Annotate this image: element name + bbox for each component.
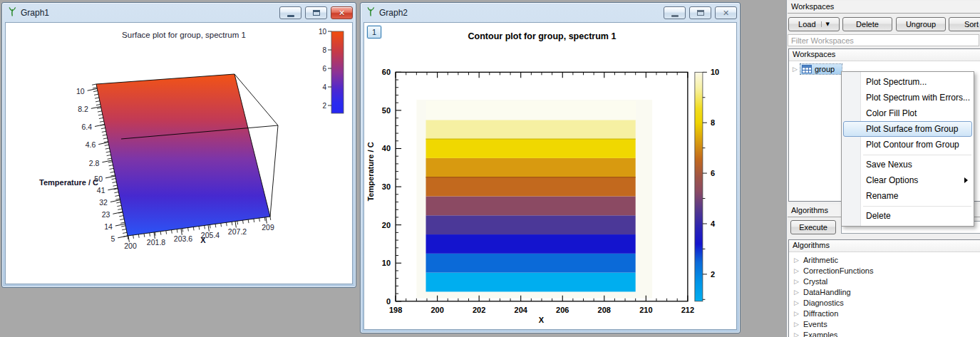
algorithm-category-events[interactable]: ▷Events [789,318,980,329]
svg-text:204: 204 [515,306,528,314]
surface-plot: Surface plot for group, spectrum 1108.26… [6,23,352,284]
expand-arrow-icon[interactable]: ▷ [794,310,803,317]
expand-arrow-icon[interactable]: ▷ [794,299,803,306]
menu-item-label: Plot Spectrum with Errors... [866,93,970,103]
menu-item-save-nexus[interactable]: Save Nexus [842,157,974,172]
expand-arrow-icon[interactable]: ▷ [794,278,803,285]
load-button[interactable]: Load▼ [788,17,840,31]
menu-item-plot-surface-from-group[interactable]: Plot Surface from Group [842,121,974,137]
svg-text:6.4: 6.4 [81,123,92,131]
maximize-button[interactable] [305,6,327,19]
close-button[interactable]: ✕ [715,6,737,19]
minimize-icon [287,15,294,17]
layer-1-button[interactable]: 1 [367,26,381,38]
graph2-titlebar[interactable]: Graph2 ✕ [361,3,740,21]
algorithm-category-correctionfunctions[interactable]: ▷CorrectionFunctions [789,265,980,276]
svg-text:212: 212 [681,306,694,314]
contour-plot: Contour plot for group, spectrum 1198200… [364,23,736,329]
filter-workspaces-input[interactable] [788,34,979,46]
svg-text:Temperature / C: Temperature / C [39,178,98,187]
workspaces-dock-header: Workspaces [788,1,980,14]
svg-text:206: 206 [556,306,569,314]
svg-text:20: 20 [382,221,391,229]
close-button[interactable]: ✕ [331,6,353,19]
menu-item-plot-contour-from-group[interactable]: Plot Contour from Group [842,137,974,152]
menu-item-label: Plot Contour from Group [866,140,959,150]
maximize-icon [313,10,320,16]
execute-button[interactable]: Execute [790,220,836,234]
delete-button[interactable]: Delete [842,17,892,31]
menu-item-delete[interactable]: Delete [842,208,974,224]
algorithm-category-label: Events [803,320,827,328]
dropdown-arrow-icon[interactable]: ▼ [821,21,830,27]
expand-arrow-icon[interactable]: ▷ [794,289,803,296]
svg-text:41: 41 [97,186,105,195]
algorithm-category-arithmetic[interactable]: ▷Arithmetic [789,254,980,265]
svg-text:6: 6 [711,169,715,177]
svg-text:4.6: 4.6 [86,140,96,149]
algorithm-category-examples[interactable]: ▷Examples [789,329,980,337]
button-label: Load [798,20,815,28]
svg-text:Temperature / C: Temperature / C [366,142,375,201]
workspace-group-icon [802,65,812,73]
maximize-button[interactable] [689,6,711,19]
ungroup-button[interactable]: Ungroup [896,17,946,31]
workspace-selection[interactable]: group [800,64,842,74]
svg-text:10: 10 [319,28,327,36]
svg-text:0: 0 [386,297,391,306]
svg-text:207.2: 207.2 [228,227,247,236]
svg-text:2: 2 [711,270,715,279]
svg-text:Contour plot for group, spectr: Contour plot for group, spectrum 1 [468,31,617,41]
menu-item-clear-options[interactable]: Clear Options [842,172,974,188]
mantid-icon [366,6,376,19]
expand-arrow-icon[interactable]: ▷ [794,256,803,264]
svg-text:203.6: 203.6 [174,234,192,243]
algorithm-category-label: Diagnostics [803,299,844,307]
graph1-canvas: Surface plot for group, spectrum 1108.26… [5,22,353,284]
menu-item-plot-spectrum[interactable]: Plot Spectrum... [842,74,974,90]
menu-item-rename[interactable]: Rename [842,188,974,204]
svg-text:208: 208 [598,306,611,314]
svg-text:10: 10 [711,68,719,76]
algorithms-tree[interactable]: Algorithms ▷Arithmetic▷CorrectionFunctio… [788,239,980,337]
sort-button[interactable]: Sort [949,17,980,31]
algorithm-category-datahandling[interactable]: ▷DataHandling [789,286,980,297]
graph1-titlebar[interactable]: Graph1 ✕ [2,3,356,21]
svg-text:202: 202 [473,306,485,314]
menu-item-label: Save Nexus [866,160,912,170]
minimize-button[interactable] [279,6,301,19]
expand-arrow-icon[interactable]: ▷ [793,66,800,73]
svg-text:8: 8 [322,46,326,54]
expand-arrow-icon[interactable]: ▷ [794,267,803,274]
algorithm-category-label: Crystal [803,277,827,286]
algorithm-category-diagnostics[interactable]: ▷Diagnostics [789,297,980,308]
minimize-button[interactable] [664,6,686,19]
expand-arrow-icon[interactable]: ▷ [794,331,803,337]
expand-arrow-icon[interactable]: ▷ [794,321,803,328]
svg-text:32: 32 [99,198,108,207]
graph2-window[interactable]: Graph2 ✕ 1 Contour plot for group, spect… [360,2,741,333]
graph1-window[interactable]: Graph1 ✕ Surface plot for group, spectru… [1,2,356,288]
algorithm-category-crystal[interactable]: ▷Crystal [789,276,980,286]
svg-text:60: 60 [382,68,391,76]
svg-text:210: 210 [639,306,652,314]
close-icon: ✕ [723,9,729,17]
svg-text:2: 2 [322,102,326,110]
svg-text:6: 6 [322,65,326,73]
svg-text:200: 200 [124,242,137,250]
menu-item-label: Delete [866,211,891,221]
graph2-window-title: Graph2 [379,8,408,18]
workspaces-dock-title: Workspaces [791,2,834,11]
svg-text:14: 14 [104,222,113,231]
svg-text:201.8: 201.8 [147,238,165,247]
graph2-canvas: 1 Contour plot for group, spectrum 11982… [363,22,737,330]
algorithm-category-diffraction[interactable]: ▷Diffraction [789,308,980,318]
workspace-context-menu: Plot Spectrum...Plot Spectrum with Error… [841,71,974,227]
menu-item-plot-spectrum-with-errors[interactable]: Plot Spectrum with Errors... [842,90,974,105]
menu-item-label: Rename [866,191,898,201]
button-label: Sort [964,20,979,28]
menu-item-color-fill-plot[interactable]: Color Fill Plot [842,105,974,121]
svg-text:5: 5 [111,234,115,243]
algorithm-category-label: Diffraction [803,309,838,318]
svg-text:4: 4 [711,219,716,228]
